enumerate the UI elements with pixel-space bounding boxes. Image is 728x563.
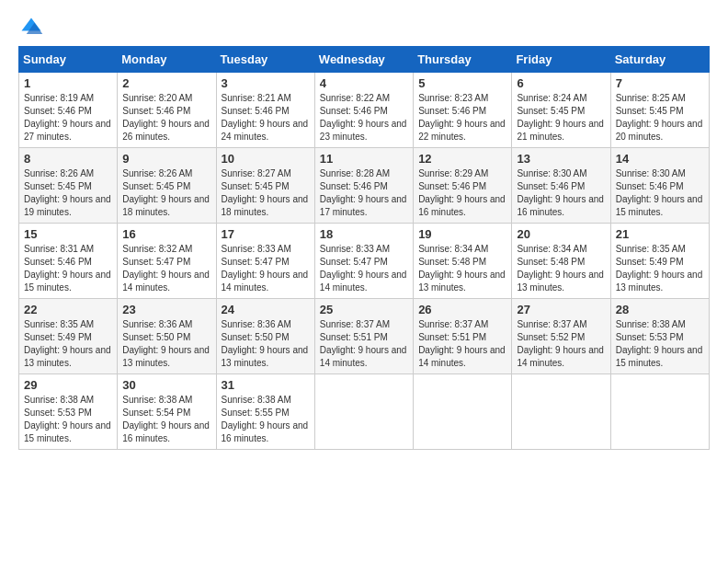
calendar-cell: 27 Sunrise: 8:37 AMSunset: 5:52 PMDaylig… xyxy=(512,299,610,374)
calendar-cell: 5 Sunrise: 8:23 AMSunset: 5:46 PMDayligh… xyxy=(414,73,512,148)
day-info: Sunrise: 8:35 AMSunset: 5:49 PMDaylight:… xyxy=(616,243,704,294)
calendar-header-saturday: Saturday xyxy=(610,47,709,73)
day-number: 17 xyxy=(222,227,310,241)
day-info: Sunrise: 8:38 AMSunset: 5:55 PMDaylight:… xyxy=(222,394,310,445)
logo xyxy=(18,15,48,40)
day-info: Sunrise: 8:34 AMSunset: 5:48 PMDaylight:… xyxy=(517,243,605,294)
day-info: Sunrise: 8:33 AMSunset: 5:47 PMDaylight:… xyxy=(222,243,310,294)
day-info: Sunrise: 8:28 AMSunset: 5:46 PMDaylight:… xyxy=(320,167,408,219)
day-info: Sunrise: 8:38 AMSunset: 5:53 PMDaylight:… xyxy=(616,318,704,370)
day-number: 3 xyxy=(222,76,310,90)
day-info: Sunrise: 8:33 AMSunset: 5:47 PMDaylight:… xyxy=(320,243,408,294)
day-number: 16 xyxy=(122,227,210,241)
day-number: 27 xyxy=(517,303,605,316)
calendar-week-row: 15 Sunrise: 8:31 AMSunset: 5:46 PMDaylig… xyxy=(19,224,710,299)
day-number: 22 xyxy=(24,303,112,316)
day-info: Sunrise: 8:21 AMSunset: 5:46 PMDaylight:… xyxy=(222,92,310,144)
day-info: Sunrise: 8:26 AMSunset: 5:45 PMDaylight:… xyxy=(122,167,210,219)
day-number: 11 xyxy=(320,152,408,166)
calendar-cell: 30 Sunrise: 8:38 AMSunset: 5:54 PMDaylig… xyxy=(118,374,216,450)
calendar-header-monday: Monday xyxy=(118,47,216,73)
day-info: Sunrise: 8:25 AMSunset: 5:45 PMDaylight:… xyxy=(616,92,704,144)
calendar-cell: 19 Sunrise: 8:34 AMSunset: 5:48 PMDaylig… xyxy=(414,224,512,299)
day-number: 1 xyxy=(24,76,112,90)
calendar-header-sunday: Sunday xyxy=(19,47,118,73)
day-number: 14 xyxy=(616,152,704,166)
calendar-cell: 24 Sunrise: 8:36 AMSunset: 5:50 PMDaylig… xyxy=(216,299,314,374)
calendar-header-row: SundayMondayTuesdayWednesdayThursdayFrid… xyxy=(19,47,710,73)
calendar-cell xyxy=(512,374,610,450)
day-info: Sunrise: 8:20 AMSunset: 5:46 PMDaylight:… xyxy=(122,92,210,144)
calendar-cell: 10 Sunrise: 8:27 AMSunset: 5:45 PMDaylig… xyxy=(216,148,314,224)
calendar-header-wednesday: Wednesday xyxy=(314,47,413,73)
day-number: 29 xyxy=(24,378,112,392)
day-number: 13 xyxy=(517,152,605,166)
day-info: Sunrise: 8:22 AMSunset: 5:46 PMDaylight:… xyxy=(320,92,408,144)
day-number: 12 xyxy=(418,152,506,166)
calendar-week-row: 1 Sunrise: 8:19 AMSunset: 5:46 PMDayligh… xyxy=(19,73,710,148)
calendar-cell: 22 Sunrise: 8:35 AMSunset: 5:49 PMDaylig… xyxy=(19,299,118,374)
calendar-cell: 23 Sunrise: 8:36 AMSunset: 5:50 PMDaylig… xyxy=(118,299,216,374)
day-info: Sunrise: 8:37 AMSunset: 5:52 PMDaylight:… xyxy=(517,318,605,370)
calendar-cell: 29 Sunrise: 8:38 AMSunset: 5:53 PMDaylig… xyxy=(19,374,118,450)
calendar-header-tuesday: Tuesday xyxy=(216,47,314,73)
day-number: 4 xyxy=(320,76,408,90)
calendar-cell xyxy=(314,374,413,450)
day-number: 28 xyxy=(616,303,704,316)
day-number: 15 xyxy=(24,227,112,241)
day-number: 30 xyxy=(122,378,210,392)
day-number: 2 xyxy=(122,76,210,90)
day-info: Sunrise: 8:26 AMSunset: 5:45 PMDaylight:… xyxy=(24,167,112,219)
day-info: Sunrise: 8:19 AMSunset: 5:46 PMDaylight:… xyxy=(24,92,112,144)
day-info: Sunrise: 8:27 AMSunset: 5:45 PMDaylight:… xyxy=(222,167,310,219)
day-info: Sunrise: 8:36 AMSunset: 5:50 PMDaylight:… xyxy=(122,318,210,370)
day-info: Sunrise: 8:23 AMSunset: 5:46 PMDaylight:… xyxy=(418,92,506,144)
day-info: Sunrise: 8:32 AMSunset: 5:47 PMDaylight:… xyxy=(122,243,210,294)
calendar-table: SundayMondayTuesdayWednesdayThursdayFrid… xyxy=(18,46,710,450)
day-number: 24 xyxy=(222,303,310,316)
calendar-cell: 25 Sunrise: 8:37 AMSunset: 5:51 PMDaylig… xyxy=(314,299,413,374)
day-info: Sunrise: 8:38 AMSunset: 5:54 PMDaylight:… xyxy=(122,394,210,445)
day-info: Sunrise: 8:36 AMSunset: 5:50 PMDaylight:… xyxy=(222,318,310,370)
day-number: 26 xyxy=(418,303,506,316)
calendar-cell: 2 Sunrise: 8:20 AMSunset: 5:46 PMDayligh… xyxy=(118,73,216,148)
day-info: Sunrise: 8:37 AMSunset: 5:51 PMDaylight:… xyxy=(320,318,408,370)
calendar-cell: 11 Sunrise: 8:28 AMSunset: 5:46 PMDaylig… xyxy=(314,148,413,224)
day-info: Sunrise: 8:37 AMSunset: 5:51 PMDaylight:… xyxy=(418,318,506,370)
day-number: 7 xyxy=(616,76,704,90)
day-info: Sunrise: 8:31 AMSunset: 5:46 PMDaylight:… xyxy=(24,243,112,294)
day-number: 21 xyxy=(616,227,704,241)
calendar-cell: 21 Sunrise: 8:35 AMSunset: 5:49 PMDaylig… xyxy=(610,224,709,299)
logo-icon xyxy=(18,15,44,40)
page-header xyxy=(18,15,710,40)
day-info: Sunrise: 8:34 AMSunset: 5:48 PMDaylight:… xyxy=(418,243,506,294)
day-number: 25 xyxy=(320,303,408,316)
calendar-cell: 26 Sunrise: 8:37 AMSunset: 5:51 PMDaylig… xyxy=(414,299,512,374)
day-info: Sunrise: 8:30 AMSunset: 5:46 PMDaylight:… xyxy=(616,167,704,219)
calendar-cell: 3 Sunrise: 8:21 AMSunset: 5:46 PMDayligh… xyxy=(216,73,314,148)
day-info: Sunrise: 8:29 AMSunset: 5:46 PMDaylight:… xyxy=(418,167,506,219)
calendar-cell: 13 Sunrise: 8:30 AMSunset: 5:46 PMDaylig… xyxy=(512,148,610,224)
calendar-header-friday: Friday xyxy=(512,47,610,73)
calendar-cell xyxy=(610,374,709,450)
day-info: Sunrise: 8:38 AMSunset: 5:53 PMDaylight:… xyxy=(24,394,112,445)
calendar-week-row: 29 Sunrise: 8:38 AMSunset: 5:53 PMDaylig… xyxy=(19,374,710,450)
calendar-cell: 12 Sunrise: 8:29 AMSunset: 5:46 PMDaylig… xyxy=(414,148,512,224)
calendar-cell: 28 Sunrise: 8:38 AMSunset: 5:53 PMDaylig… xyxy=(610,299,709,374)
day-number: 23 xyxy=(122,303,210,316)
day-number: 5 xyxy=(418,76,506,90)
calendar-cell: 9 Sunrise: 8:26 AMSunset: 5:45 PMDayligh… xyxy=(118,148,216,224)
calendar-cell: 15 Sunrise: 8:31 AMSunset: 5:46 PMDaylig… xyxy=(19,224,118,299)
calendar-cell: 1 Sunrise: 8:19 AMSunset: 5:46 PMDayligh… xyxy=(19,73,118,148)
calendar-cell: 14 Sunrise: 8:30 AMSunset: 5:46 PMDaylig… xyxy=(610,148,709,224)
day-number: 20 xyxy=(517,227,605,241)
day-info: Sunrise: 8:30 AMSunset: 5:46 PMDaylight:… xyxy=(517,167,605,219)
calendar-cell: 20 Sunrise: 8:34 AMSunset: 5:48 PMDaylig… xyxy=(512,224,610,299)
calendar-cell: 31 Sunrise: 8:38 AMSunset: 5:55 PMDaylig… xyxy=(216,374,314,450)
calendar-header-thursday: Thursday xyxy=(414,47,512,73)
day-number: 8 xyxy=(24,152,112,166)
day-number: 19 xyxy=(418,227,506,241)
calendar-cell: 4 Sunrise: 8:22 AMSunset: 5:46 PMDayligh… xyxy=(314,73,413,148)
day-number: 18 xyxy=(320,227,408,241)
calendar-week-row: 8 Sunrise: 8:26 AMSunset: 5:45 PMDayligh… xyxy=(19,148,710,224)
